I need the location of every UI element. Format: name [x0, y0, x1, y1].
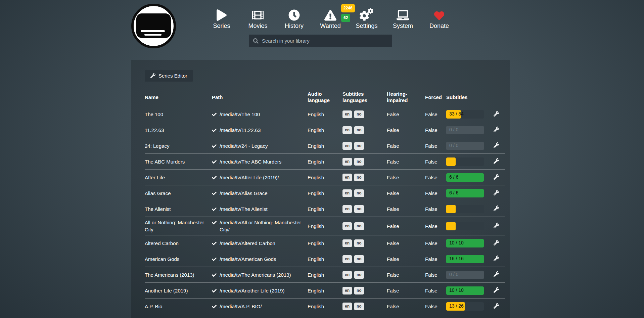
- progress-label: 0 / 0: [449, 271, 458, 278]
- series-name-link[interactable]: After Life: [145, 174, 212, 181]
- nav-item-history[interactable]: History: [276, 7, 312, 30]
- subtitles-progress: 10 / 10: [446, 286, 484, 295]
- edit-series-button[interactable]: [492, 238, 501, 248]
- progress-label: 16 / 16: [449, 256, 464, 262]
- wrench-icon: [494, 240, 499, 245]
- play-icon: [217, 7, 227, 21]
- series-editor-button[interactable]: Series Editor: [145, 70, 193, 82]
- logo-subtitle-line: [144, 34, 162, 36]
- forced-value: False: [425, 111, 446, 118]
- table-row: After Life /media/tv/After Life (2019)/ …: [145, 170, 505, 185]
- subtitles-progress: [446, 157, 484, 166]
- clock-icon: [288, 7, 300, 21]
- edit-series-button[interactable]: [492, 141, 501, 150]
- series-name-link[interactable]: 24: Legacy: [145, 142, 212, 149]
- series-name-link[interactable]: Altered Carbon: [145, 240, 212, 247]
- forced-value: False: [425, 158, 446, 165]
- edit-series-button[interactable]: [492, 109, 501, 119]
- table-row: 11.22.63 /media/tv/11.22.63 English enno…: [145, 122, 505, 138]
- series-path-cell: /media/tv/Altered Carbon: [212, 240, 308, 247]
- series-name-link[interactable]: The ABC Murders: [145, 158, 212, 165]
- series-path-cell: /media/tv/American Gods: [212, 256, 308, 263]
- search-input[interactable]: [262, 38, 388, 44]
- hearing-impaired-value: False: [387, 190, 425, 197]
- forced-value: False: [425, 271, 446, 278]
- column-header-path: Path: [212, 94, 308, 101]
- nav-item-movies[interactable]: Movies: [240, 7, 276, 30]
- edit-series-button[interactable]: [492, 125, 501, 135]
- edit-series-button[interactable]: [492, 254, 501, 264]
- subtitles-progress: [446, 205, 484, 213]
- language-badge: no: [354, 110, 364, 118]
- series-name-link[interactable]: 11.22.63: [145, 127, 212, 134]
- series-name-link[interactable]: American Gods: [145, 256, 212, 263]
- subtitles-progress: [446, 222, 484, 230]
- column-header-name: Name: [145, 94, 212, 101]
- nav-item-wanted[interactable]: 2246 62 Wanted: [312, 7, 349, 30]
- check-icon: [212, 191, 217, 196]
- edit-series-button[interactable]: [492, 173, 501, 182]
- series-name-link[interactable]: The 100: [145, 111, 212, 118]
- series-name-link[interactable]: The Alienist: [145, 206, 212, 213]
- actions-cell: [490, 173, 505, 182]
- subtitles-progress: 0 / 0: [446, 271, 484, 279]
- language-badge: no: [354, 189, 364, 197]
- hearing-impaired-value: False: [387, 223, 425, 230]
- wrench-icon: [494, 287, 499, 293]
- series-name-link[interactable]: Alias Grace: [145, 190, 212, 197]
- series-path-cell: /media/tv/24 - Legacy: [212, 142, 308, 149]
- edit-series-button[interactable]: [492, 157, 501, 166]
- subtitles-progress-cell: 0 / 0: [446, 271, 490, 279]
- progress-fill: [446, 157, 456, 166]
- nav-label: Movies: [248, 22, 267, 30]
- nav-label: Wanted: [320, 22, 340, 30]
- main-navigation: Series Movies History 2246 62 Wanted Set…: [203, 7, 457, 30]
- edit-series-button[interactable]: [492, 286, 501, 295]
- table-row: The 100 /media/tv/The 100 English enno F…: [145, 106, 505, 122]
- subtitles-progress-cell: 10 / 10: [446, 286, 490, 295]
- edit-series-button[interactable]: [492, 204, 501, 214]
- series-name-link[interactable]: A.P. Bio: [145, 303, 212, 310]
- audio-language: English: [308, 303, 342, 310]
- laptop-icon: [397, 7, 409, 21]
- edit-series-button[interactable]: [492, 302, 501, 311]
- table-row: All or Nothing: Manchester City /media/t…: [145, 217, 505, 235]
- audio-language: English: [308, 206, 342, 213]
- library-search: [249, 35, 392, 47]
- check-icon: [212, 304, 217, 309]
- language-badge: en: [342, 271, 352, 278]
- actions-cell: [490, 188, 505, 198]
- series-panel: Series Editor Name Path Audio language S…: [131, 60, 510, 318]
- edit-series-button[interactable]: [492, 270, 501, 279]
- wrench-icon: [494, 142, 499, 148]
- table-row: Altered Carbon /media/tv/Altered Carbon …: [145, 235, 505, 251]
- nav-item-series[interactable]: Series: [203, 7, 240, 30]
- check-icon: [212, 144, 217, 148]
- nav-item-donate[interactable]: Donate: [421, 7, 457, 30]
- wrench-icon: [494, 271, 499, 277]
- nav-item-system[interactable]: System: [385, 7, 421, 30]
- series-name-link[interactable]: Another Life (2019): [145, 287, 212, 294]
- language-badge: en: [342, 110, 352, 118]
- subtitles-languages: enno: [342, 222, 387, 230]
- series-path: /media/tv/The ABC Murders: [220, 158, 281, 165]
- hearing-impaired-value: False: [387, 174, 425, 181]
- series-path: /media/tv/All or Nothing- Manchester Cit…: [220, 219, 303, 233]
- series-path: /media/tv/11.22.63: [220, 127, 261, 134]
- subtitles-languages: enno: [342, 239, 387, 247]
- bazarr-logo[interactable]: [131, 4, 176, 48]
- subtitles-progress: 0 / 0: [446, 126, 484, 134]
- series-name-link[interactable]: The Americans (2013): [145, 271, 212, 278]
- series-name-link[interactable]: All or Nothing: Manchester City: [145, 219, 212, 233]
- series-path-cell: /media/tv/Alias Grace: [212, 190, 308, 197]
- progress-label: 33 / 84: [449, 111, 464, 118]
- series-path-cell: /media/tv/A.P. BIO/: [212, 303, 308, 310]
- progress-label: 13 / 26: [449, 303, 464, 310]
- actions-cell: [490, 109, 505, 119]
- subtitles-languages: enno: [342, 173, 387, 181]
- audio-language: English: [308, 240, 342, 247]
- table-header-row: Name Path Audio language Subtitles langu…: [145, 88, 505, 106]
- check-icon: [212, 175, 217, 180]
- edit-series-button[interactable]: [492, 221, 501, 231]
- edit-series-button[interactable]: [492, 188, 501, 198]
